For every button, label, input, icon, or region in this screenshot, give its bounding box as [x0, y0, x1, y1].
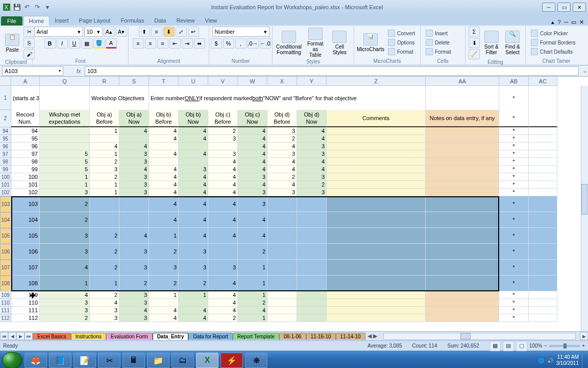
mc-convert-button[interactable]: Convert — [386, 29, 417, 37]
hscroll-right-icon[interactable]: ▶ — [580, 332, 588, 340]
cell-T-100[interactable]: 4 — [149, 173, 179, 181]
conditional-formatting-button[interactable]: Conditional Formatting — [276, 30, 302, 56]
cell-AA-101[interactable] — [426, 181, 499, 189]
cell-U-105[interactable]: 4 — [179, 228, 208, 244]
cell-W-94[interactable]: 4 — [238, 127, 267, 135]
cell-AA-108[interactable] — [426, 275, 499, 291]
cell-W-111[interactable]: 4 — [238, 307, 267, 314]
taskbar-snip-icon[interactable]: ✂ — [98, 353, 120, 368]
header-cell-X[interactable]: Obj d) Before — [267, 110, 297, 127]
cell-T-110[interactable] — [149, 299, 179, 307]
cell-W-96[interactable]: 4 — [238, 143, 267, 150]
cell-A-110[interactable]: 110 — [11, 299, 40, 307]
cell-R-110[interactable]: 4 — [90, 299, 119, 307]
cell-U-94[interactable]: 4 — [179, 127, 208, 135]
row-header-95[interactable]: 95 — [0, 135, 11, 143]
cell-Q-103[interactable]: 2 — [40, 196, 90, 212]
col-header-U[interactable]: U — [179, 77, 208, 86]
cell-A-97[interactable]: 97 — [11, 150, 40, 158]
formula-expand-icon[interactable]: ⌄ — [581, 67, 588, 74]
cell-U-106[interactable]: 3 — [179, 244, 208, 260]
cell-T-112[interactable]: 4 — [149, 314, 179, 322]
cell-AC-94[interactable] — [529, 127, 557, 135]
header-cell-Z[interactable]: Comments — [327, 110, 426, 127]
row-header-100[interactable]: 100 — [0, 173, 11, 181]
cell-X-108[interactable] — [267, 275, 297, 291]
cell-A-108[interactable]: 108 — [11, 275, 40, 291]
align-right-icon[interactable]: ≡ — [157, 38, 168, 49]
ribbon-tab-review[interactable]: Review — [171, 16, 200, 26]
cell-U-108[interactable]: 2 — [179, 275, 208, 291]
cell-X-112[interactable] — [267, 314, 297, 322]
select-all-corner[interactable] — [0, 77, 11, 86]
autosum-icon[interactable]: Σ — [469, 27, 480, 37]
cell[interactable]: * — [499, 86, 529, 110]
microcharts-button[interactable]: 📊MicroCharts — [357, 32, 384, 53]
cell-W-98[interactable]: 4 — [238, 158, 267, 166]
cell-Y-101[interactable]: 2 — [297, 181, 327, 189]
cell-Z-97[interactable] — [327, 150, 426, 158]
header-cell-V[interactable]: Obj c) Before — [208, 110, 238, 127]
cell-R-101[interactable]: 1 — [90, 181, 119, 189]
cell-V-111[interactable]: 4 — [208, 307, 238, 314]
align-top-icon[interactable]: ⬆ — [139, 27, 150, 37]
cell-AC-95[interactable] — [529, 135, 557, 143]
cell-X-101[interactable]: 4 — [267, 181, 297, 189]
cell-R-108[interactable]: 1 — [90, 275, 119, 291]
sheet-tab-report-template[interactable]: Report Template — [233, 333, 279, 340]
col-header-S[interactable]: S — [119, 77, 149, 86]
cell-Q-111[interactable]: 3 — [40, 307, 90, 314]
cell-R-97[interactable]: 1 — [90, 150, 119, 158]
cell-Z-112[interactable] — [327, 314, 426, 322]
comma-icon[interactable]: , — [235, 38, 247, 49]
row-header-106[interactable]: 106 — [0, 244, 11, 260]
cell-Y-102[interactable]: 3 — [297, 189, 327, 196]
cell-X-97[interactable]: 3 — [267, 150, 297, 158]
col-header-AC[interactable]: AC — [529, 77, 557, 86]
cell-S-99[interactable]: 4 — [119, 166, 149, 173]
header-cell-T[interactable]: Obj b) Before — [149, 110, 179, 127]
cell-Z-104[interactable] — [327, 212, 426, 228]
cell-V-104[interactable]: 4 — [208, 212, 238, 228]
cell-A-111[interactable]: 111 — [11, 307, 40, 314]
tray-clock[interactable]: 11:40 AM3/10/2011 — [556, 354, 579, 366]
cell-T-102[interactable]: 4 — [149, 189, 179, 196]
mc-format-button[interactable]: Format — [386, 48, 417, 56]
cell-S-102[interactable]: 3 — [119, 189, 149, 196]
cell-U-103[interactable]: 4 — [179, 196, 208, 212]
row-header-104[interactable]: 104 — [0, 212, 11, 228]
cell-AA-107[interactable] — [426, 260, 499, 275]
cell-Z-101[interactable] — [327, 181, 426, 189]
cell-W-101[interactable]: 4 — [238, 181, 267, 189]
cell-AC-108[interactable] — [529, 275, 557, 291]
decrease-font-icon[interactable]: A▾ — [116, 27, 127, 37]
cell-S-94[interactable]: 4 — [119, 127, 149, 135]
formula-bar[interactable]: 103 — [85, 66, 579, 76]
row-header-112[interactable]: 112 — [0, 314, 11, 322]
percent-icon[interactable]: % — [223, 38, 234, 49]
cell-T-107[interactable]: 3 — [149, 260, 179, 275]
align-center-icon[interactable]: ≡ — [145, 38, 156, 49]
fx-icon[interactable]: fx — [72, 68, 85, 74]
cell-X-104[interactable] — [267, 212, 297, 228]
row-header-1[interactable]: 1 — [0, 86, 11, 110]
cell-AB-108[interactable]: * — [499, 275, 529, 291]
color-picker-button[interactable]: Color Picker — [529, 29, 577, 37]
cell-AA-96[interactable] — [426, 143, 499, 150]
wrap-text-icon[interactable]: ↩ — [188, 27, 199, 37]
cell-X-102[interactable]: 3 — [267, 189, 297, 196]
taskbar-flash-icon[interactable]: ⚡ — [220, 353, 243, 368]
cell-S-96[interactable]: 4 — [119, 143, 149, 150]
cell[interactable]: (starts at 3) — [11, 86, 40, 110]
cell-Z-95[interactable] — [327, 135, 426, 143]
cell-AC-109[interactable] — [529, 291, 557, 299]
paste-button[interactable]: 📋 Paste — [3, 33, 21, 54]
header-cell-U[interactable]: Obj b) Now — [179, 110, 208, 127]
cell-Y-98[interactable]: 4 — [297, 158, 327, 166]
taskbar-app-icon[interactable]: 📘 — [49, 353, 71, 368]
header-cell-S[interactable]: Obj a) Now — [119, 110, 149, 127]
vertical-scrollbar[interactable] — [581, 86, 588, 331]
cell-V-97[interactable]: 3 — [208, 150, 238, 158]
border-button[interactable]: ▦ — [81, 38, 92, 49]
cell-W-103[interactable]: 3 — [238, 196, 267, 212]
